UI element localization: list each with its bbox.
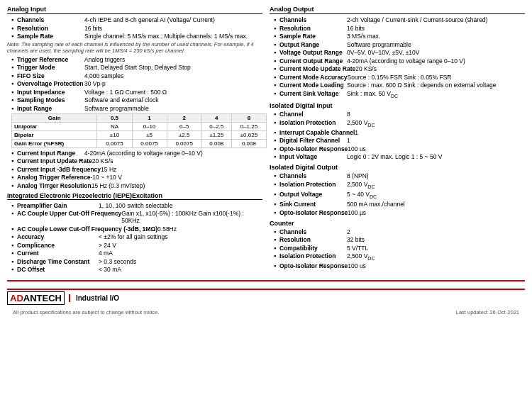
ao-loading-item: ▪ Current Mode Loading Source : max. 600… — [270, 82, 525, 89]
overvoltage-label: Overvoltage Protection — [17, 80, 84, 87]
ido-channels-value: 8 (NPN) — [347, 172, 525, 179]
ctr-opto-item: ▪ Opto-Isolator Response 100 us — [270, 262, 525, 269]
ao-channels-item: ▪ Channels 2-ch Voltage / Current-sink /… — [270, 16, 525, 23]
trigger-ref-item: ▪ Trigger Reference Analog triggers — [7, 56, 262, 63]
ao-accuracy-item: ▪ Current Mode Accuracy Source : 0.15% F… — [270, 74, 525, 81]
ctr-channels-value: 2 — [347, 228, 525, 235]
bullet-icon: ▪ — [274, 137, 279, 144]
brand-black: ANTECH — [23, 293, 62, 303]
analog-trigger-ref-value: -10 ~ +10 V — [90, 174, 262, 181]
ac-lower-value: 0.58Hz — [157, 225, 262, 233]
input-range-label: Input Range — [17, 105, 84, 112]
ao-update-rate-item: ▪ Current Mode Update Rate 20 KS/s — [270, 65, 525, 72]
unipolar-05: NA — [97, 122, 132, 130]
gain-error-2: 0.0075 — [167, 139, 201, 147]
channels-label: Channels — [17, 16, 84, 23]
complicance-value: > 24 V — [99, 242, 262, 249]
gain-error-1: 0.0075 — [132, 139, 167, 147]
ao-resolution-value: 16 bits — [347, 25, 525, 32]
sample-rate-item: ▪ Sample Rate Single channel: 5 MS/s max… — [7, 33, 262, 40]
bullet-icon: ▪ — [11, 33, 17, 40]
right-column: Analog Output ▪ Channels 2-ch Voltage / … — [270, 6, 525, 274]
bullet-icon: ▪ — [11, 182, 17, 189]
idi-opto-label: Opto-Isolator Response — [279, 145, 348, 152]
footer-bottom: All product specifications are subject t… — [7, 306, 525, 317]
bullet-icon: ▪ — [11, 16, 17, 23]
trigger-ref-label: Trigger Reference — [17, 56, 84, 63]
ctr-resolution-label: Resolution — [279, 236, 347, 243]
bullet-icon: ▪ — [11, 56, 17, 63]
ido-sink-current-value: 500 mA max./channel — [347, 201, 525, 208]
sample-rate-label: Sample Rate — [17, 33, 84, 40]
ao-voltage-range-value: 0V–5V, 0V–10V, ±5V, ±10V — [347, 49, 525, 56]
current-input-range-value: 4-20mA (according to voltage range 0–10 … — [84, 150, 262, 157]
current-input-3db-label: Current Input -3dB frequency — [17, 166, 101, 173]
idi-isolation-value: 2,500 VDC — [347, 119, 525, 128]
ao-loading-label: Current Mode Loading — [279, 82, 347, 89]
ctr-compat-item: ▪ Compatibility 5 V/TTL — [270, 245, 525, 252]
ao-sink-voltage-label: Current Sink Voltage — [279, 90, 347, 99]
bullet-icon: ▪ — [274, 228, 279, 235]
trigger-ref-value: Analog triggers — [84, 56, 262, 63]
gain-error-8: 0.008 — [231, 139, 266, 147]
footer: ADANTECH Industrial I/O — [7, 289, 525, 306]
accuracy-label: Accuracy — [17, 233, 99, 240]
ao-voltage-range-label: Voltage Output Range — [279, 49, 347, 56]
ao-current-range-item: ▪ Current Output Range 4-20mA (according… — [270, 57, 525, 65]
bullet-icon: ▪ — [274, 25, 279, 32]
sampling-note: Note: The sampling rate of each channel … — [7, 41, 262, 54]
bullet-icon: ▪ — [11, 72, 17, 79]
ctr-channels-item: ▪ Channels 2 — [270, 228, 525, 235]
bullet-icon: ▪ — [11, 225, 17, 233]
bullet-icon: ▪ — [11, 258, 17, 265]
idi-filter-label: Digital Filter Channel — [279, 137, 347, 144]
idi-input-voltage-item: ▪ Input Voltage Logic 0 : 2V max. Logic … — [270, 153, 525, 160]
ctr-isolation-value: 2,500 VDC — [347, 252, 525, 262]
fifo-value: 4,000 samples — [84, 72, 262, 79]
analog-output-title: Analog Output — [270, 6, 525, 14]
channels-value: 4-ch IEPE and 8-ch general AI (Voltage/ … — [84, 16, 262, 23]
bullet-icon: ▪ — [274, 181, 279, 190]
ao-loading-value: Source : max. 600 Ω Sink : depends on ex… — [347, 82, 525, 89]
ac-lower-label: AC Couple Lower Cut-Off Frequency (-3dB,… — [17, 225, 157, 233]
unipolar-label: Unipolar — [12, 122, 97, 130]
ido-isolation-value: 2,500 VDC — [347, 181, 525, 190]
analog-trigger-res-label: Analog Tirrger Resolution — [17, 182, 92, 189]
analog-input-title: Analog Input — [7, 6, 262, 14]
bullet-icon: ▪ — [274, 191, 279, 200]
bullet-icon: ▪ — [274, 201, 279, 208]
gain-error-05: 0.0075 — [97, 139, 132, 147]
bullet-icon: ▪ — [11, 64, 17, 71]
ctr-opto-value: 100 us — [348, 262, 525, 269]
bullet-icon: ▪ — [274, 16, 279, 23]
current-input-update-value: 20 KS/s — [92, 157, 262, 164]
footer-date: Last updated: 26-Oct-2021 — [456, 309, 519, 315]
gain-05-header: 0.5 — [97, 113, 132, 122]
bullet-icon: ▪ — [274, 252, 279, 262]
ao-resolution-label: Resolution — [279, 25, 347, 32]
ido-sink-current-label: Sink Current — [279, 201, 347, 208]
current-input-range-item: ▪ Current Input Range 4-20mA (according … — [7, 150, 262, 157]
bullet-icon: ▪ — [11, 202, 17, 209]
preamp-gain-value: 1, 10, 100 switch selectable — [99, 202, 262, 209]
channels-item: ▪ Channels 4-ch IEPE and 8-ch general AI… — [7, 16, 262, 23]
ac-upper-value: Gain x1, x10(-5%) : 100KHz Gain x100(-1%… — [121, 210, 262, 224]
analog-trigger-res-value: 15 Hz (0.3 mV/step) — [92, 182, 262, 189]
idi-interrupt-value: 1 — [355, 129, 525, 136]
gain-4-header: 4 — [201, 113, 231, 122]
bullet-icon: ▪ — [11, 157, 17, 164]
resolution-value: 16 bits — [84, 25, 262, 32]
ao-output-range-value: Software programmable — [347, 41, 525, 48]
ido-isolation-item: ▪ Isolation Protection 2,500 VDC — [270, 181, 525, 190]
bullet-icon: ▪ — [274, 236, 279, 243]
fifo-item: ▪ FIFO Size 4,000 samples — [7, 72, 262, 79]
unipolar-4: 0–2.5 — [201, 122, 231, 130]
input-range-value: Software programmable — [84, 105, 262, 112]
ido-output-voltage-item: ▪ Output Voltage 5 ~ 40 VDC — [270, 191, 525, 200]
bullet-icon: ▪ — [11, 105, 17, 112]
table-row: Bipolar ±10 ±5 ±2.5 ±1.25 ±0.625 — [12, 130, 267, 139]
discharge-label: Discharge Time Constant — [17, 258, 99, 265]
ctr-compat-value: 5 V/TTL — [347, 245, 525, 252]
ao-sample-rate-label: Sample Rate — [279, 33, 347, 40]
ao-current-range-label: Current Output Range — [279, 57, 347, 65]
